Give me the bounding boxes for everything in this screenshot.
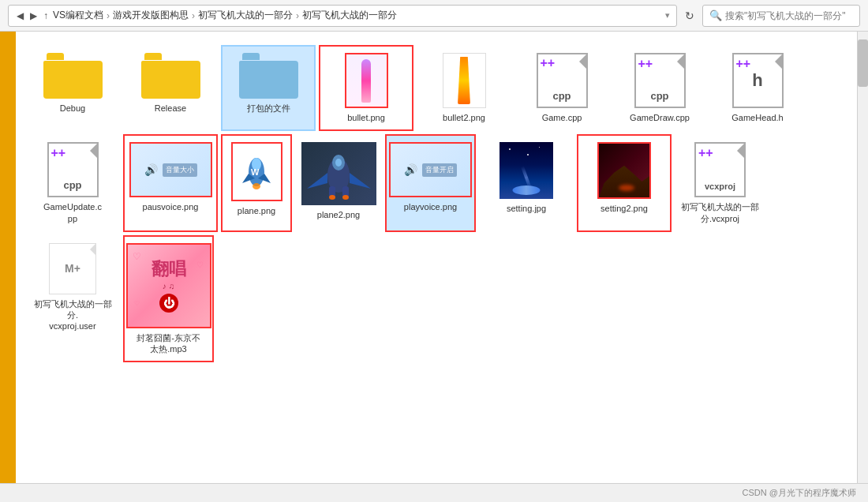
file-item-setting2[interactable]: setting2.png xyxy=(577,134,672,232)
svg-point-14 xyxy=(335,159,342,167)
release-label: Release xyxy=(155,103,186,114)
breadcrumb-game[interactable]: 游戏开发版图构思 xyxy=(113,9,189,22)
file-item-gamecpp[interactable]: ++ cpp Game.cpp xyxy=(514,45,609,131)
file-item-bullet2[interactable]: bullet2.png xyxy=(417,45,511,131)
pause-speaker-icon: 🔊 xyxy=(144,163,158,176)
main-area: Debug Release 打包的文件 bullet.png xyxy=(0,32,868,483)
breadcrumb: VS编程文档 › 游戏开发版图构思 › 初写飞机大战的一部分 › 初写飞机大战的… xyxy=(53,9,397,22)
breadcrumb-plane1[interactable]: 初写飞机大战的一部分 xyxy=(198,9,293,22)
debug-folder-icon xyxy=(43,53,103,99)
gamecpp-icon: ++ cpp xyxy=(537,53,588,108)
file-item-playvoice[interactable]: 🔊 音量开启 playvoice.png xyxy=(385,134,476,232)
mp3-icon: 翻唱 ♪ ♫ ⏻ ♡ ♡ ♡ xyxy=(126,243,211,328)
file-item-bullet[interactable]: bullet.png xyxy=(319,45,413,131)
file-area: Debug Release 打包的文件 bullet.png xyxy=(16,32,857,483)
right-scrollbar[interactable] xyxy=(857,32,868,483)
gamehead-plus: ++ xyxy=(736,57,751,71)
file-item-vcxprojuser[interactable]: M+ 初写飞机大战的一部分.vcxproj.user xyxy=(25,235,120,363)
file-item-vcxproj[interactable]: ++ vcxproj 初写飞机大战的一部分.vcxproj xyxy=(675,134,765,232)
play-label-inner: 音量开启 xyxy=(422,163,457,177)
plane-icon: W xyxy=(231,142,282,201)
file-item-plane[interactable]: W plane.png xyxy=(221,134,292,232)
mp3-label: 封茗囧菌-东京不太热.mp3 xyxy=(137,332,200,355)
file-item-plane2[interactable]: plane2.png xyxy=(295,134,382,232)
search-input[interactable] xyxy=(725,10,853,21)
gamedraw-icon: ++ cpp xyxy=(634,53,686,108)
plane2-icon xyxy=(301,142,376,205)
gameupdate-plus: ++ xyxy=(51,146,66,160)
search-box[interactable]: 🔍 xyxy=(702,5,860,27)
refresh-button[interactable]: ↻ xyxy=(682,8,698,24)
packed-label: 打包的文件 xyxy=(247,103,290,114)
settingjpg-label: setting.jpg xyxy=(507,203,546,214)
bullet-inner xyxy=(361,59,371,103)
bullet2-label: bullet2.png xyxy=(443,112,485,123)
forward-button[interactable]: ▶ xyxy=(28,10,39,21)
pausvoice-icon: 🔊 音量大小 xyxy=(129,142,212,197)
up-button[interactable]: ↑ xyxy=(42,10,50,21)
gamecpp-text: cpp xyxy=(552,90,571,102)
setting2-icon xyxy=(597,142,651,199)
bullet2-inner xyxy=(458,57,470,104)
gamehead-text: h xyxy=(752,70,762,91)
file-item-mp3[interactable]: 翻唱 ♪ ♫ ⏻ ♡ ♡ ♡ 封茗囧菌-东京不太热.mp3 xyxy=(123,235,214,363)
vcxproj-plus: ++ xyxy=(698,146,713,160)
pause-label-inner: 音量大小 xyxy=(163,163,197,177)
svg-point-13 xyxy=(342,195,349,200)
svg-point-4 xyxy=(253,183,260,189)
release-folder-icon xyxy=(141,53,200,99)
m-plus-text: M+ xyxy=(65,262,80,275)
vcxproj-text: vcxproj xyxy=(705,182,735,191)
bullet2-icon xyxy=(443,53,486,108)
file-item-settingjpg[interactable]: setting.jpg xyxy=(479,134,574,232)
file-item-release[interactable]: Release xyxy=(123,45,218,131)
file-item-debug[interactable]: Debug xyxy=(25,45,120,131)
file-item-packed[interactable]: 打包的文件 xyxy=(221,45,316,131)
plane2-label: plane2.png xyxy=(317,209,360,220)
debug-label: Debug xyxy=(60,103,85,114)
vcxprojuser-label: 初写飞机大战的一部分.vcxproj.user xyxy=(33,298,112,332)
breadcrumb-plane2[interactable]: 初写飞机大战的一部分 xyxy=(302,9,397,22)
credit-text: CSDN @月光下的程序魔术师 xyxy=(743,487,856,499)
file-item-pausvoice[interactable]: 🔊 音量大小 pausvoice.png xyxy=(123,134,218,232)
gamedraw-plus: ++ xyxy=(638,57,653,71)
setting2-label: setting2.png xyxy=(600,203,648,214)
playvoice-icon: 🔊 音量开启 xyxy=(389,142,472,197)
file-item-gamedraw[interactable]: ++ cpp GameDraw.cpp xyxy=(612,45,707,131)
vcxproj-icon: ++ vcxproj xyxy=(694,142,746,197)
gamedraw-text: cpp xyxy=(650,90,668,102)
plane-label: plane.png xyxy=(238,205,275,216)
breadcrumb-vs[interactable]: VS编程文档 xyxy=(53,9,103,22)
svg-marker-8 xyxy=(307,173,327,189)
bottom-bar: CSDN @月光下的程序魔术师 xyxy=(0,483,868,502)
left-strip xyxy=(0,32,16,483)
play-speaker-icon: 🔊 xyxy=(404,163,417,176)
breadcrumb-container[interactable]: ◀ ▶ ↑ VS编程文档 › 游戏开发版图构思 › 初写飞机大战的一部分 › 初… xyxy=(8,5,677,27)
bullet-icon xyxy=(345,53,388,108)
settingjpg-icon xyxy=(499,142,553,199)
search-icon: 🔍 xyxy=(709,9,722,21)
svg-text:W: W xyxy=(251,167,260,177)
packed-folder-icon xyxy=(239,53,298,99)
gameupdate-label: GameUpdate.cpp xyxy=(43,201,102,224)
scroll-thumb[interactable] xyxy=(858,39,868,87)
dropdown-btn[interactable]: ▾ xyxy=(665,10,670,21)
gameupdate-text: cpp xyxy=(63,179,81,191)
vcxprojuser-icon: M+ xyxy=(49,243,96,294)
gamecpp-label: Game.cpp xyxy=(542,112,582,123)
svg-marker-9 xyxy=(350,173,371,189)
gamedraw-label: GameDraw.cpp xyxy=(630,112,690,123)
svg-point-12 xyxy=(329,195,335,200)
back-button[interactable]: ◀ xyxy=(15,10,25,21)
gamehead-icon: ++ h xyxy=(732,53,784,108)
plane-svg: W xyxy=(241,150,272,193)
pausvoice-label: pausvoice.png xyxy=(143,201,199,212)
file-item-gameupdate[interactable]: ++ cpp GameUpdate.cpp xyxy=(25,134,120,232)
vcxproj-label: 初写飞机大战的一部分.vcxproj xyxy=(681,201,759,224)
playvoice-label: playvoice.png xyxy=(404,201,457,212)
file-item-gamehead[interactable]: ++ h GameHead.h xyxy=(710,45,805,131)
gamehead-label: GameHead.h xyxy=(731,112,783,123)
bullet-label: bullet.png xyxy=(347,112,385,123)
gameupdate-icon: ++ cpp xyxy=(47,142,99,197)
cpp-plus-icon: ++ xyxy=(541,57,556,69)
